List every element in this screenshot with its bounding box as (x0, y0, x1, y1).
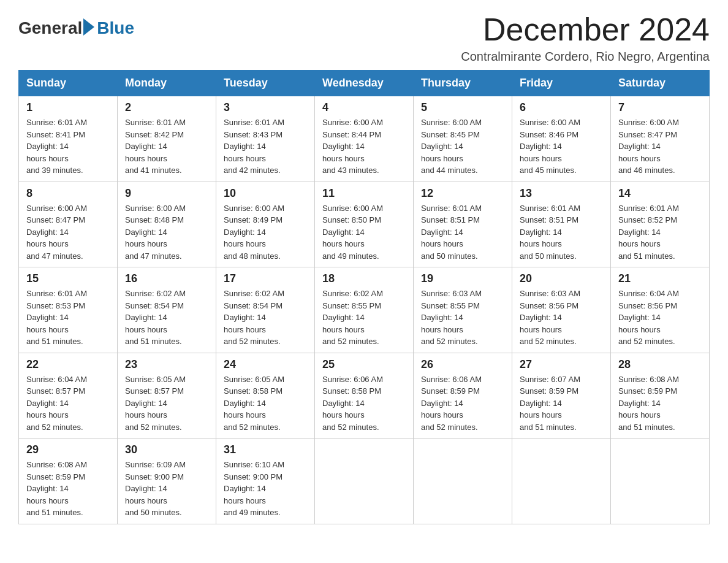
day-number: 22 (26, 358, 110, 371)
calendar-week-row: 1Sunrise: 6:01 AMSunset: 8:41 PMDaylight… (19, 96, 710, 182)
day-number: 7 (618, 101, 702, 114)
calendar-day-cell: 9Sunrise: 6:00 AMSunset: 8:48 PMDaylight… (118, 182, 216, 267)
day-number: 31 (224, 443, 307, 456)
calendar-day-cell (414, 439, 512, 524)
calendar-day-cell: 30Sunrise: 6:09 AMSunset: 9:00 PMDayligh… (118, 439, 216, 524)
calendar-day-cell: 14Sunrise: 6:01 AMSunset: 8:52 PMDayligh… (611, 182, 710, 267)
day-info: Sunrise: 6:02 AMSunset: 8:54 PMDaylight:… (224, 288, 307, 348)
weekday-header-row: SundayMondayTuesdayWednesdayThursdayFrid… (19, 71, 710, 96)
day-number: 13 (520, 187, 603, 200)
logo-text-blue: Blue (97, 18, 134, 38)
day-number: 4 (322, 101, 406, 114)
day-number: 26 (421, 358, 504, 371)
calendar-day-cell (611, 439, 710, 524)
calendar-day-cell: 6Sunrise: 6:00 AMSunset: 8:46 PMDaylight… (512, 96, 611, 182)
day-number: 5 (421, 101, 504, 114)
day-info: Sunrise: 6:01 AMSunset: 8:42 PMDaylight:… (125, 117, 208, 177)
calendar-week-row: 15Sunrise: 6:01 AMSunset: 8:53 PMDayligh… (19, 267, 710, 353)
calendar-day-cell: 15Sunrise: 6:01 AMSunset: 8:53 PMDayligh… (19, 267, 118, 353)
calendar-day-cell: 29Sunrise: 6:08 AMSunset: 8:59 PMDayligh… (19, 439, 118, 524)
weekday-header-monday: Monday (118, 71, 216, 96)
title-area: December 2024 Contralmirante Cordero, Ri… (461, 12, 710, 64)
calendar-day-cell: 16Sunrise: 6:02 AMSunset: 8:54 PMDayligh… (118, 267, 216, 353)
calendar-day-cell: 18Sunrise: 6:02 AMSunset: 8:55 PMDayligh… (315, 267, 414, 353)
day-info: Sunrise: 6:00 AMSunset: 8:45 PMDaylight:… (421, 117, 504, 177)
logo: General Blue (18, 18, 134, 38)
calendar-week-row: 22Sunrise: 6:04 AMSunset: 8:57 PMDayligh… (19, 353, 710, 439)
day-number: 19 (421, 272, 504, 285)
day-number: 23 (125, 358, 208, 371)
page-header: General Blue December 2024 Contralmirant… (18, 12, 710, 64)
day-info: Sunrise: 6:05 AMSunset: 8:58 PMDaylight:… (224, 373, 307, 434)
weekday-header-sunday: Sunday (19, 71, 118, 96)
logo-text-general: General (18, 18, 82, 38)
calendar-day-cell: 7Sunrise: 6:00 AMSunset: 8:47 PMDaylight… (611, 96, 710, 182)
day-number: 20 (520, 272, 603, 285)
calendar-day-cell (315, 439, 414, 524)
day-info: Sunrise: 6:01 AMSunset: 8:51 PMDaylight:… (520, 202, 603, 262)
day-number: 30 (125, 443, 208, 456)
calendar-day-cell: 22Sunrise: 6:04 AMSunset: 8:57 PMDayligh… (19, 353, 118, 439)
calendar-day-cell: 3Sunrise: 6:01 AMSunset: 8:43 PMDaylight… (216, 96, 315, 182)
weekday-header-thursday: Thursday (414, 71, 512, 96)
day-info: Sunrise: 6:07 AMSunset: 8:59 PMDaylight:… (520, 373, 603, 434)
calendar-day-cell: 24Sunrise: 6:05 AMSunset: 8:58 PMDayligh… (216, 353, 315, 439)
day-info: Sunrise: 6:02 AMSunset: 8:54 PMDaylight:… (125, 288, 208, 348)
day-info: Sunrise: 6:00 AMSunset: 8:47 PMDaylight:… (618, 117, 702, 177)
day-number: 24 (224, 358, 307, 371)
calendar-day-cell: 31Sunrise: 6:10 AMSunset: 9:00 PMDayligh… (216, 439, 315, 524)
day-info: Sunrise: 6:00 AMSunset: 8:44 PMDaylight:… (322, 117, 406, 177)
day-info: Sunrise: 6:09 AMSunset: 9:00 PMDaylight:… (125, 459, 208, 519)
calendar-day-cell: 28Sunrise: 6:08 AMSunset: 8:59 PMDayligh… (611, 353, 710, 439)
day-info: Sunrise: 6:04 AMSunset: 8:56 PMDaylight:… (618, 288, 702, 348)
day-info: Sunrise: 6:01 AMSunset: 8:51 PMDaylight:… (421, 202, 504, 262)
weekday-header-wednesday: Wednesday (315, 71, 414, 96)
day-info: Sunrise: 6:00 AMSunset: 8:47 PMDaylight:… (26, 202, 110, 262)
calendar-day-cell: 1Sunrise: 6:01 AMSunset: 8:41 PMDaylight… (19, 96, 118, 182)
day-info: Sunrise: 6:01 AMSunset: 8:52 PMDaylight:… (618, 202, 702, 262)
day-number: 8 (26, 187, 110, 200)
day-number: 10 (224, 187, 307, 200)
day-info: Sunrise: 6:06 AMSunset: 8:59 PMDaylight:… (421, 373, 504, 434)
calendar-day-cell: 12Sunrise: 6:01 AMSunset: 8:51 PMDayligh… (414, 182, 512, 267)
calendar-day-cell: 27Sunrise: 6:07 AMSunset: 8:59 PMDayligh… (512, 353, 611, 439)
day-number: 21 (618, 272, 702, 285)
day-info: Sunrise: 6:06 AMSunset: 8:58 PMDaylight:… (322, 373, 406, 434)
calendar-day-cell: 23Sunrise: 6:05 AMSunset: 8:57 PMDayligh… (118, 353, 216, 439)
calendar-day-cell (512, 439, 611, 524)
calendar-day-cell: 5Sunrise: 6:00 AMSunset: 8:45 PMDaylight… (414, 96, 512, 182)
day-number: 16 (125, 272, 208, 285)
calendar-day-cell: 11Sunrise: 6:00 AMSunset: 8:50 PMDayligh… (315, 182, 414, 267)
calendar-day-cell: 2Sunrise: 6:01 AMSunset: 8:42 PMDaylight… (118, 96, 216, 182)
day-number: 17 (224, 272, 307, 285)
day-info: Sunrise: 6:00 AMSunset: 8:50 PMDaylight:… (322, 202, 406, 262)
logo-arrow-icon (83, 18, 94, 36)
calendar-day-cell: 13Sunrise: 6:01 AMSunset: 8:51 PMDayligh… (512, 182, 611, 267)
day-number: 27 (520, 358, 603, 371)
calendar-day-cell: 10Sunrise: 6:00 AMSunset: 8:49 PMDayligh… (216, 182, 315, 267)
day-number: 29 (26, 443, 110, 456)
day-info: Sunrise: 6:01 AMSunset: 8:43 PMDaylight:… (224, 117, 307, 177)
day-number: 2 (125, 101, 208, 114)
day-info: Sunrise: 6:00 AMSunset: 8:48 PMDaylight:… (125, 202, 208, 262)
weekday-header-tuesday: Tuesday (216, 71, 315, 96)
weekday-header-friday: Friday (512, 71, 611, 96)
day-number: 28 (618, 358, 702, 371)
month-title: December 2024 (461, 12, 710, 47)
day-info: Sunrise: 6:05 AMSunset: 8:57 PMDaylight:… (125, 373, 208, 434)
day-number: 15 (26, 272, 110, 285)
day-info: Sunrise: 6:00 AMSunset: 8:49 PMDaylight:… (224, 202, 307, 262)
calendar-day-cell: 8Sunrise: 6:00 AMSunset: 8:47 PMDaylight… (19, 182, 118, 267)
calendar-day-cell: 17Sunrise: 6:02 AMSunset: 8:54 PMDayligh… (216, 267, 315, 353)
day-number: 9 (125, 187, 208, 200)
calendar-day-cell: 4Sunrise: 6:00 AMSunset: 8:44 PMDaylight… (315, 96, 414, 182)
day-info: Sunrise: 6:04 AMSunset: 8:57 PMDaylight:… (26, 373, 110, 434)
day-info: Sunrise: 6:08 AMSunset: 8:59 PMDaylight:… (26, 459, 110, 519)
day-info: Sunrise: 6:08 AMSunset: 8:59 PMDaylight:… (618, 373, 702, 434)
calendar-day-cell: 20Sunrise: 6:03 AMSunset: 8:56 PMDayligh… (512, 267, 611, 353)
day-info: Sunrise: 6:01 AMSunset: 8:53 PMDaylight:… (26, 288, 110, 348)
day-info: Sunrise: 6:02 AMSunset: 8:55 PMDaylight:… (322, 288, 406, 348)
day-number: 14 (618, 187, 702, 200)
day-number: 3 (224, 101, 307, 114)
calendar-day-cell: 26Sunrise: 6:06 AMSunset: 8:59 PMDayligh… (414, 353, 512, 439)
